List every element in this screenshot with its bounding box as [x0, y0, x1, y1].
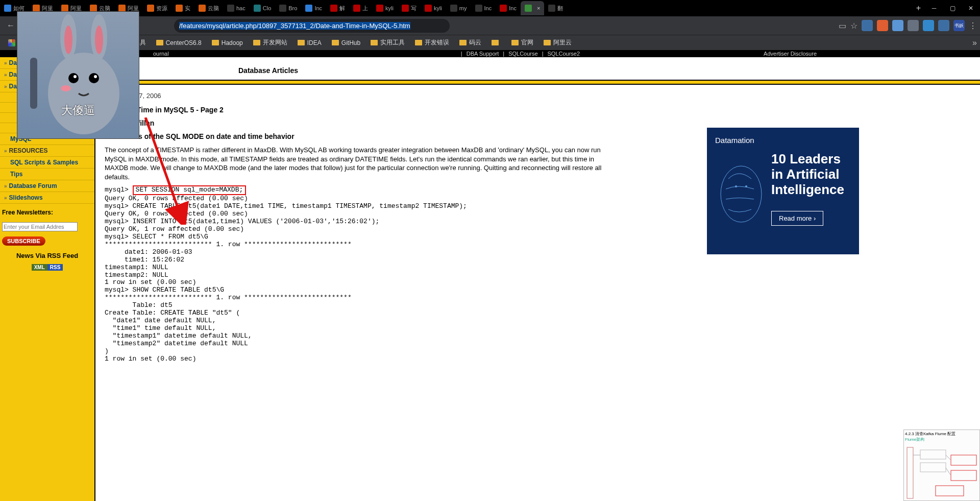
- svg-point-3: [48, 53, 119, 134]
- sidebar-item-slideshows[interactable]: »Slideshows: [0, 192, 94, 204]
- floating-preview-panel[interactable]: 4.2.3 清查Kafka Flume 配置 Flume架构: [903, 430, 980, 501]
- new-tab-button[interactable]: +: [912, 4, 925, 13]
- svg-point-12: [61, 85, 71, 91]
- bookmark-label: 官网: [521, 38, 533, 47]
- browser-tab[interactable]: Clo: [250, 1, 276, 15]
- sidebar-ad[interactable]: Datamation 10 Leaders in Artificial Inte…: [707, 128, 859, 254]
- browser-tab[interactable]: 解: [326, 1, 349, 15]
- tab-label: Inc: [314, 5, 322, 11]
- sidebar-item-forum[interactable]: »Database Forum: [0, 180, 94, 192]
- folder-icon: [511, 40, 519, 45]
- bookmark-item[interactable]: CenterOS6.8: [151, 38, 207, 47]
- subscribe-button[interactable]: SUBSCRIBE: [2, 236, 45, 246]
- browser-tab[interactable]: 上: [349, 1, 372, 15]
- bookmark-item[interactable]: [486, 38, 506, 47]
- tab-label: Inc: [484, 5, 492, 11]
- extension-icon-1[interactable]: [862, 20, 873, 31]
- browser-tab[interactable]: 云脑: [194, 1, 223, 15]
- maximize-button[interactable]: ▢: [943, 1, 962, 15]
- back-button[interactable]: ←: [3, 18, 18, 33]
- bookmark-item[interactable]: 码云: [454, 38, 486, 47]
- tab-label: hac: [236, 5, 246, 11]
- svg-line-22: [946, 455, 951, 460]
- article-date: 17, 2006: [105, 92, 971, 100]
- browser-tab[interactable]: 写: [398, 1, 421, 15]
- bookmark-item[interactable]: GitHub: [327, 38, 365, 47]
- browser-tab[interactable]: 实: [172, 1, 194, 15]
- browser-tab[interactable]: Inc: [301, 1, 326, 15]
- extension-icon-7[interactable]: 书妖: [953, 20, 965, 31]
- browser-tab[interactable]: hac: [223, 1, 250, 15]
- nav-dba[interactable]: DBA Support: [467, 51, 499, 57]
- address-bar[interactable]: /features/mysql/article.php/10897_357713…: [174, 19, 450, 33]
- svg-point-11: [94, 75, 97, 78]
- extension-icon-5[interactable]: [923, 20, 934, 31]
- browser-tab[interactable]: kyli: [421, 1, 446, 15]
- nav-journal[interactable]: ournal: [153, 51, 169, 57]
- bookmark-item[interactable]: 开发网站: [248, 38, 292, 47]
- browser-tab[interactable]: kyli: [372, 1, 398, 15]
- nav-sqlcourse2[interactable]: SQLCourse2: [547, 51, 580, 57]
- svg-rect-15: [907, 447, 913, 498]
- extension-icon-2[interactable]: [877, 20, 888, 31]
- address-text: /features/mysql/article.php/10897_357713…: [179, 22, 410, 30]
- translate-icon[interactable]: ▭: [839, 21, 846, 31]
- bookmark-label: 开发网站: [263, 38, 287, 47]
- site-top-nav: ournal | DBA Support | SQLCourse | SQLCo…: [0, 50, 980, 57]
- tab-favicon: [450, 5, 457, 12]
- main-content: Database Articles 17, 2006 Date and Time…: [94, 57, 980, 501]
- browser-tab[interactable]: my: [446, 1, 471, 15]
- bookmark-item[interactable]: IDEA: [292, 38, 327, 47]
- svg-rect-13: [30, 58, 37, 109]
- rss-badge[interactable]: XMLRSS: [32, 264, 63, 271]
- ad-brand: Datamation: [715, 136, 851, 145]
- star-icon[interactable]: ☆: [850, 21, 857, 31]
- close-window-button[interactable]: ✕: [962, 1, 980, 15]
- extension-icon-4[interactable]: [908, 20, 919, 31]
- svg-point-7: [95, 26, 103, 54]
- nav-sqlcourse[interactable]: SQLCourse: [508, 51, 537, 57]
- folder-icon: [156, 40, 163, 45]
- bookmark-label: CenterOS6.8: [166, 39, 202, 46]
- menu-icon[interactable]: ⋮: [969, 21, 977, 31]
- browser-tab[interactable]: 翻: [544, 1, 567, 15]
- newsletter-email-input[interactable]: [2, 222, 78, 231]
- folder-icon: [544, 40, 551, 45]
- tab-close-icon[interactable]: ×: [537, 5, 540, 11]
- bookmark-label: 开发错误: [425, 38, 449, 47]
- folder-icon: [492, 40, 499, 45]
- tab-label: 实: [185, 5, 190, 12]
- tab-label: 上: [362, 5, 368, 12]
- bookmark-item[interactable]: Hadoop: [207, 38, 248, 47]
- bookmark-item[interactable]: 开发错误: [410, 38, 454, 47]
- sidebar-item-resources[interactable]: »RESOURCES: [0, 145, 94, 157]
- minimize-button[interactable]: ─: [925, 1, 943, 15]
- svg-point-6: [64, 26, 72, 54]
- folder-icon: [212, 40, 219, 45]
- extension-icon-6[interactable]: [938, 20, 949, 31]
- browser-tab[interactable]: Inc: [496, 1, 521, 15]
- bookmark-label: 阿里云: [553, 38, 572, 47]
- bookmark-item[interactable]: 阿里云: [538, 38, 577, 47]
- browser-tab[interactable]: Inc: [471, 1, 496, 15]
- ad-cta-button[interactable]: Read more ›: [771, 211, 823, 226]
- browser-tab[interactable]: ×: [521, 1, 544, 15]
- svg-point-0: [721, 166, 762, 222]
- sidebar-item-scripts[interactable]: SQL Scripts & Samples: [0, 157, 94, 169]
- browser-tab[interactable]: 资源: [143, 1, 172, 15]
- svg-point-10: [74, 75, 77, 78]
- tab-label: 云脑: [208, 5, 219, 12]
- bookmark-item[interactable]: 实用工具: [365, 38, 410, 47]
- tab-favicon: [475, 5, 482, 12]
- tab-favicon: [500, 5, 507, 12]
- browser-tab[interactable]: Bro: [275, 1, 301, 15]
- advertiser-disclosure[interactable]: Advertiser Disclosure: [764, 51, 817, 57]
- bookmark-item[interactable]: 官网: [506, 38, 538, 47]
- sidebar-item-label: Da: [9, 59, 17, 66]
- sidebar-item-tips[interactable]: Tips: [0, 169, 94, 180]
- sidebar-item-label: Slideshows: [9, 194, 43, 201]
- extension-icon-3[interactable]: [892, 20, 903, 31]
- bookmark-label: 实用工具: [380, 38, 405, 47]
- tab-label: 翻: [557, 5, 563, 12]
- bookmark-overflow[interactable]: »: [972, 38, 977, 47]
